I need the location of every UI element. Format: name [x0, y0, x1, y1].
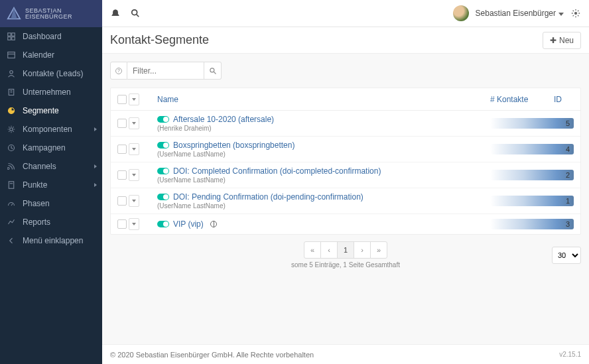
publish-toggle[interactable] — [157, 194, 169, 200]
chevron-right-icon — [94, 183, 97, 187]
header-count[interactable]: # Kontakte — [490, 95, 554, 104]
contact-count[interactable]: 3 — [490, 219, 574, 229]
row-checkbox[interactable] — [117, 170, 127, 180]
row-checkbox[interactable] — [117, 196, 127, 206]
sidebar-item-kampagnen[interactable]: Kampagnen — [0, 139, 102, 157]
contact-count[interactable]: 1 — [490, 196, 574, 206]
avatar[interactable] — [453, 5, 469, 21]
row-actions-dropdown[interactable] — [129, 218, 139, 230]
brand-logo[interactable]: SEBASTIANEISENBÜRGER — [0, 0, 102, 27]
sidebar-item-phasen[interactable]: Phasen — [0, 194, 102, 213]
contact-count[interactable]: 2 — [490, 170, 574, 180]
table-row: Aftersale 10-2020 (aftersale)(Henrike Dr… — [111, 111, 580, 137]
gear-icon[interactable] — [570, 8, 581, 19]
page-first[interactable]: « — [304, 241, 321, 259]
publish-toggle[interactable] — [157, 221, 169, 227]
page-prev[interactable]: ‹ — [320, 241, 338, 259]
page-current[interactable]: 1 — [337, 241, 354, 259]
segment-link[interactable]: VIP (vip) — [173, 219, 204, 229]
segment-link[interactable]: DOI: Completed Confirmation (doi-complet… — [173, 166, 381, 176]
user-icon — [7, 69, 16, 78]
topbar: Sebastian Eisenbürger — [102, 0, 589, 27]
nav: Dashboard Kalender Kontakte (Leads) Unte… — [0, 27, 102, 250]
sidebar-item-kontakte[interactable]: Kontakte (Leads) — [0, 64, 102, 83]
chevron-down-icon — [132, 200, 136, 202]
sidebar-item-punkte[interactable]: Punkte — [0, 176, 102, 194]
segment-link[interactable]: Boxspringbetten (boxspringbetten) — [173, 141, 294, 150]
segment-creator: (Henrike Draheim) — [157, 125, 490, 132]
segment-link[interactable]: Aftersale 10-2020 (aftersale) — [173, 115, 274, 124]
sidebar-item-reports[interactable]: Reports — [0, 213, 102, 231]
filter-input[interactable] — [127, 62, 204, 80]
notifications-icon[interactable] — [110, 8, 121, 19]
row-actions-dropdown[interactable] — [129, 117, 139, 129]
contact-count[interactable]: 5 — [490, 118, 574, 129]
new-button[interactable]: ✚Neu — [543, 32, 581, 49]
filter-bar: ? — [102, 54, 589, 88]
row-checkbox[interactable] — [117, 145, 127, 154]
page-next[interactable]: › — [354, 241, 371, 259]
search-button[interactable] — [204, 62, 222, 80]
table-row: DOI: Completed Confirmation (doi-complet… — [111, 162, 580, 188]
row-actions-dropdown[interactable] — [129, 169, 139, 181]
header-id[interactable]: ID — [554, 95, 580, 104]
contact-count[interactable]: 4 — [490, 144, 574, 154]
chevron-down-icon — [132, 98, 136, 101]
pagesize-select[interactable]: 30 — [552, 247, 581, 264]
brand-logo-icon — [7, 7, 21, 21]
row-checkbox[interactable] — [117, 119, 127, 128]
row-actions-dropdown[interactable] — [129, 195, 139, 207]
svg-point-11 — [10, 128, 13, 131]
table-row: DOI: Pending Confirmation (doi-pending-c… — [111, 188, 580, 214]
sidebar-item-label: Unternehmen — [23, 88, 71, 97]
segments-table: Name # Kontakte ID Aftersale 10-2020 (af… — [110, 88, 581, 235]
select-all-checkbox[interactable] — [117, 95, 127, 104]
bulk-actions-dropdown[interactable] — [129, 93, 139, 105]
main-content: Kontakt-Segmente ✚Neu ? Name # Kontakte … — [102, 27, 589, 344]
sidebar-item-label: Kontakte (Leads) — [23, 69, 83, 78]
svg-rect-0 — [8, 33, 11, 36]
chevron-down-icon — [558, 13, 564, 16]
svg-rect-4 — [8, 52, 15, 58]
sidebar-item-kalender[interactable]: Kalender — [0, 46, 102, 64]
svg-rect-1 — [12, 33, 15, 36]
dashboard-icon — [7, 32, 16, 41]
publish-toggle[interactable] — [157, 116, 169, 123]
gears-icon — [7, 125, 16, 134]
row-checkbox[interactable] — [117, 219, 127, 229]
sidebar-item-channels[interactable]: Channels — [0, 157, 102, 176]
page-title: Kontakt-Segmente — [110, 33, 209, 47]
sidebar-item-collapse[interactable]: Menü einklappen — [0, 231, 102, 250]
sidebar-item-dashboard[interactable]: Dashboard — [0, 27, 102, 46]
row-actions-dropdown[interactable] — [129, 143, 139, 155]
sidebar-item-segmente[interactable]: Segmente — [0, 101, 102, 120]
segment-creator: (UserName LastName) — [157, 151, 490, 158]
svg-text:?: ? — [117, 68, 120, 73]
segment-link[interactable]: DOI: Pending Confirmation (doi-pending-c… — [173, 192, 363, 202]
sidebar-item-label: Segmente — [23, 106, 59, 115]
svg-point-18 — [574, 12, 577, 15]
header-name[interactable]: Name — [148, 95, 490, 104]
user-menu[interactable]: Sebastian Eisenbürger — [476, 9, 564, 18]
chart-icon — [7, 217, 16, 227]
chevron-right-icon — [94, 164, 97, 168]
sidebar-item-label: Kampagnen — [23, 143, 66, 152]
publish-toggle[interactable] — [157, 142, 169, 149]
segment-creator: (UserName LastName) — [157, 176, 490, 184]
sidebar-item-label: Reports — [23, 217, 50, 227]
sidebar-item-unternehmen[interactable]: Unternehmen — [0, 83, 102, 101]
sidebar-item-label: Punkte — [23, 180, 47, 190]
search-icon[interactable] — [130, 8, 141, 19]
svg-point-21 — [210, 68, 214, 72]
chevron-down-icon — [132, 223, 136, 225]
footer: © 2020 Sebastian Eisenbürger GmbH. Alle … — [102, 344, 589, 364]
publish-toggle[interactable] — [157, 168, 169, 174]
sidebar-item-komponenten[interactable]: Komponenten — [0, 120, 102, 139]
segment-creator: (UserName LastName) — [157, 202, 490, 210]
help-button[interactable]: ? — [110, 62, 127, 80]
sidebar: SEBASTIANEISENBÜRGER Dashboard Kalender … — [0, 0, 102, 364]
page-last[interactable]: » — [370, 241, 387, 259]
table-row: Boxspringbetten (boxspringbetten)(UserNa… — [111, 137, 580, 162]
copyright: © 2020 Sebastian Eisenbürger GmbH. Alle … — [110, 351, 314, 359]
sidebar-item-label: Channels — [23, 162, 56, 171]
